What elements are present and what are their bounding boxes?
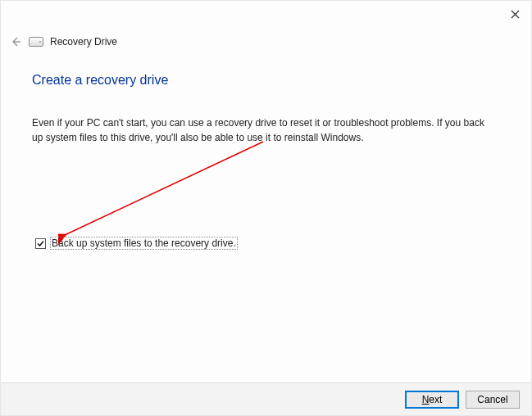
next-button-rest: ext xyxy=(429,394,442,405)
next-button[interactable]: Next xyxy=(405,391,459,409)
button-bar: Next Cancel xyxy=(1,382,531,415)
drive-icon xyxy=(29,37,43,47)
cancel-button[interactable]: Cancel xyxy=(466,391,520,409)
wizard-window: Recovery Drive Create a recovery drive E… xyxy=(0,0,532,416)
annotation-arrow xyxy=(58,138,271,245)
close-icon xyxy=(511,10,520,19)
page-title: Create a recovery drive xyxy=(32,73,512,88)
content-area: Create a recovery drive Even if your PC … xyxy=(32,73,512,145)
page-description: Even if your PC can't start, you can use… xyxy=(32,115,491,145)
backup-checkbox[interactable] xyxy=(35,238,46,249)
backup-checkbox-row: Back up system files to the recovery dri… xyxy=(35,237,238,250)
backup-checkbox-label[interactable]: Back up system files to the recovery dri… xyxy=(50,237,238,250)
header: Recovery Drive xyxy=(9,35,117,48)
window-title: Recovery Drive xyxy=(50,36,117,47)
close-button[interactable] xyxy=(507,6,523,22)
back-button[interactable] xyxy=(9,35,22,48)
svg-line-3 xyxy=(65,142,263,235)
back-arrow-icon xyxy=(10,36,21,47)
checkmark-icon xyxy=(36,239,45,248)
